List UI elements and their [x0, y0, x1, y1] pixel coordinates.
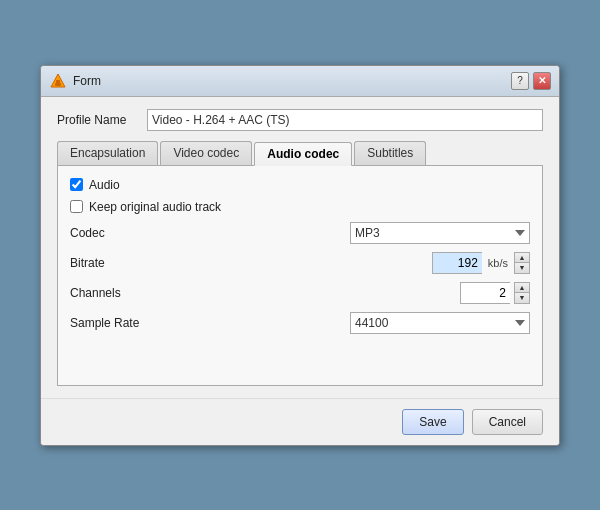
channels-down-button[interactable]: ▼	[515, 293, 529, 303]
sample-rate-control: 44100 48000 22050 11025	[350, 312, 530, 334]
keep-original-label: Keep original audio track	[89, 200, 221, 214]
bitrate-spinner: ▲ ▼	[514, 252, 530, 274]
audio-checkbox-label: Audio	[89, 178, 120, 192]
channels-row: Channels ▲ ▼	[70, 282, 530, 304]
audio-codec-panel: Audio Keep original audio track Codec MP…	[57, 166, 543, 386]
bitrate-down-button[interactable]: ▼	[515, 263, 529, 273]
channels-label: Channels	[70, 286, 170, 300]
channels-control: ▲ ▼	[460, 282, 530, 304]
profile-name-input[interactable]	[147, 109, 543, 131]
save-button[interactable]: Save	[402, 409, 463, 435]
cancel-button[interactable]: Cancel	[472, 409, 543, 435]
codec-dropdown[interactable]: MP3 AAC Vorbis FLAC	[350, 222, 530, 244]
sample-rate-row: Sample Rate 44100 48000 22050 11025	[70, 312, 530, 334]
codec-row: Codec MP3 AAC Vorbis FLAC	[70, 222, 530, 244]
profile-row: Profile Name	[57, 109, 543, 131]
bitrate-label: Bitrate	[70, 256, 170, 270]
svg-rect-2	[56, 80, 60, 83]
window-title: Form	[73, 74, 101, 88]
title-bar: Form ? ✕	[41, 66, 559, 97]
tab-encapsulation[interactable]: Encapsulation	[57, 141, 158, 165]
codec-control: MP3 AAC Vorbis FLAC	[350, 222, 530, 244]
bitrate-up-button[interactable]: ▲	[515, 253, 529, 263]
sample-rate-dropdown[interactable]: 44100 48000 22050 11025	[350, 312, 530, 334]
keep-original-checkbox-row: Keep original audio track	[70, 200, 530, 214]
close-button[interactable]: ✕	[533, 72, 551, 90]
bitrate-control: kb/s ▲ ▼	[432, 252, 530, 274]
title-bar-left: Form	[49, 72, 101, 90]
channels-input[interactable]	[460, 282, 510, 304]
tab-audio-codec[interactable]: Audio codec	[254, 142, 352, 166]
keep-original-checkbox[interactable]	[70, 200, 83, 213]
vlc-icon	[49, 72, 67, 90]
audio-checkbox-row: Audio	[70, 178, 530, 192]
help-button[interactable]: ?	[511, 72, 529, 90]
svg-rect-1	[55, 83, 61, 86]
tab-subtitles[interactable]: Subtitles	[354, 141, 426, 165]
channels-up-button[interactable]: ▲	[515, 283, 529, 293]
form-window: Form ? ✕ Profile Name Encapsulation Vide…	[40, 65, 560, 446]
audio-checkbox[interactable]	[70, 178, 83, 191]
tab-video-codec[interactable]: Video codec	[160, 141, 252, 165]
channels-spinner: ▲ ▼	[514, 282, 530, 304]
codec-label: Codec	[70, 226, 170, 240]
bitrate-input[interactable]	[432, 252, 482, 274]
bitrate-row: Bitrate kb/s ▲ ▼	[70, 252, 530, 274]
dialog-content: Profile Name Encapsulation Video codec A…	[41, 97, 559, 398]
bitrate-unit: kb/s	[488, 257, 508, 269]
title-bar-controls: ? ✕	[511, 72, 551, 90]
profile-name-label: Profile Name	[57, 113, 137, 127]
sample-rate-label: Sample Rate	[70, 316, 170, 330]
bottom-bar: Save Cancel	[41, 398, 559, 445]
tab-bar: Encapsulation Video codec Audio codec Su…	[57, 141, 543, 166]
